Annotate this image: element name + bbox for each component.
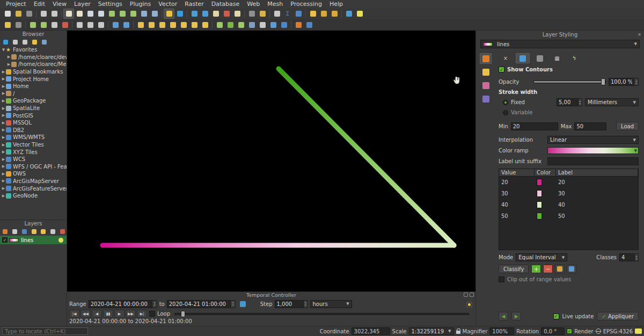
range-start-datetime[interactable]: ▴▾ (89, 300, 157, 308)
measure-line-icon[interactable] (272, 9, 282, 19)
lock-scale-icon[interactable] (456, 331, 460, 334)
run-feature-action-icon[interactable] (200, 9, 210, 19)
menu-processing[interactable]: Processing (287, 0, 326, 8)
menu-layer[interactable]: Layer (70, 0, 94, 8)
open-project-icon[interactable] (13, 9, 24, 19)
label-unit-suffix-input[interactable] (547, 157, 639, 165)
magnifier-spinner[interactable]: 100% (489, 327, 514, 335)
menu-project[interactable]: Project (2, 0, 30, 8)
menu-web[interactable]: Web (243, 0, 264, 8)
show-layout-manager-icon[interactable] (304, 20, 314, 30)
spinner-arrows-icon[interactable]: ▴▾ (152, 300, 157, 308)
menu-vector[interactable]: Vector (155, 0, 181, 8)
pan-map-icon[interactable] (63, 9, 74, 19)
expand-arrow-icon[interactable]: ▼ (1, 48, 6, 52)
pan-to-selection-icon[interactable] (74, 9, 85, 19)
labels-tab-icon[interactable] (480, 67, 492, 77)
menu-view[interactable]: View (49, 0, 70, 8)
add-group-icon[interactable] (11, 228, 19, 235)
statistical-summary-icon[interactable]: Σ (282, 9, 293, 19)
expand-arrow-icon[interactable]: ▶ (1, 194, 6, 198)
class-row-20[interactable]: 2020 (499, 177, 638, 188)
change-label-icon[interactable] (200, 20, 210, 30)
layout-manager-icon[interactable] (49, 9, 60, 19)
load-button[interactable]: Load (616, 122, 639, 130)
min-input[interactable] (511, 122, 558, 130)
expand-arrow-icon[interactable]: ▶ (1, 164, 6, 169)
step-unit-combo[interactable]: hours▼ (310, 300, 352, 308)
expand-arrow-icon[interactable]: ▶ (1, 150, 6, 154)
temporal-layer-indicator-icon[interactable] (58, 238, 63, 243)
expand-arrow-icon[interactable]: ▶ (1, 70, 6, 74)
new-shapefile-layer-icon[interactable] (214, 20, 225, 30)
expand-arrow-icon[interactable]: ▶ (1, 91, 6, 96)
slider-handle[interactable] (181, 311, 185, 317)
new-print-layout-icon[interactable] (38, 9, 49, 19)
show-contours-checkbox[interactable] (499, 67, 504, 72)
load-classes-button[interactable] (555, 265, 565, 273)
spinner-arrows-icon[interactable]: ▴▾ (634, 78, 639, 86)
fixed-width-spinner[interactable]: ▴▾ (557, 98, 582, 106)
loop-checkbox[interactable] (149, 311, 155, 317)
classify-button[interactable]: Classify (499, 265, 529, 273)
copy-features-icon[interactable] (85, 20, 96, 30)
browser-item-spatialite[interactable]: ▶SpatiaLite (0, 105, 67, 112)
add-line-feature-icon[interactable] (38, 20, 49, 30)
menu-plugins[interactable]: Plugins (126, 0, 155, 8)
column-header-label[interactable]: Label (556, 169, 638, 176)
expand-arrow-icon[interactable]: ▶ (1, 179, 6, 183)
zoom-next-icon[interactable] (149, 9, 160, 19)
style-history-forward-button[interactable]: ▶ (511, 312, 521, 320)
select-by-expression-icon[interactable] (232, 9, 243, 19)
step-value-spinner[interactable]: ▴▾ (275, 300, 308, 308)
3d-view-tab-icon[interactable] (480, 93, 492, 104)
browser-item-wms-wmts[interactable]: ▶WMS/WMTS (0, 134, 67, 141)
menu-database[interactable]: Database (208, 0, 244, 8)
add-vector-layer-icon[interactable] (236, 20, 246, 30)
range-end-datetime[interactable]: ▴▾ (167, 300, 236, 308)
browser-item-ows[interactable]: ▶OWS (0, 170, 67, 178)
expand-arrow-icon[interactable]: ▶ (1, 84, 6, 89)
menu-help[interactable]: Help (326, 0, 347, 8)
undo-icon[interactable] (110, 20, 121, 30)
temporal-position-slider[interactable] (174, 313, 469, 315)
pause-button[interactable]: ▮▮ (103, 310, 113, 318)
temporal-controller-panel-icon[interactable] (164, 9, 174, 19)
menu-edit[interactable]: Edit (30, 0, 49, 8)
live-update-checkbox[interactable] (553, 313, 559, 319)
save-project-icon[interactable] (24, 9, 34, 19)
apply-button[interactable]: ✓ Appliquer (597, 312, 639, 320)
browser-item-project-home[interactable]: ▶Project Home (0, 75, 67, 83)
play-forward-button[interactable]: ▶ (114, 310, 125, 318)
menu-mesh[interactable]: Mesh (264, 0, 287, 8)
add-wms-layer-icon[interactable] (279, 20, 289, 30)
mode-combo[interactable]: Equal Interval▼ (516, 253, 567, 261)
clip-out-of-range-checkbox[interactable] (499, 276, 504, 282)
browser-filter-icon[interactable] (11, 38, 19, 46)
expand-arrow-icon[interactable]: ▶ (6, 62, 11, 67)
crs-globe-icon[interactable] (596, 328, 601, 334)
spinner-arrows-icon[interactable]: ▴▾ (230, 300, 235, 308)
spinner-arrows-icon[interactable]: ▴▾ (634, 253, 639, 261)
open-attribute-table-icon[interactable] (246, 9, 257, 19)
move-label-icon[interactable] (178, 20, 189, 30)
opacity-slider[interactable] (533, 81, 606, 83)
paste-features-icon[interactable] (96, 20, 106, 30)
pin-labels-icon[interactable] (157, 20, 167, 30)
close-icon[interactable]: × (637, 32, 642, 37)
delete-selected-icon[interactable] (60, 20, 70, 30)
style-history-back-button[interactable]: ◀ (499, 312, 508, 320)
expand-arrow-icon[interactable]: ▶ (1, 121, 6, 125)
manage-map-themes-icon[interactable] (20, 228, 28, 235)
browser-show-filter-icon[interactable] (30, 38, 39, 46)
save-layer-edits-icon[interactable] (13, 20, 24, 30)
open-layer-styling-icon[interactable] (1, 228, 10, 235)
class-row-40[interactable]: 4040 (499, 199, 638, 210)
new-project-icon[interactable] (2, 9, 13, 19)
log-messages-icon[interactable] (354, 9, 365, 19)
expand-arrow-icon[interactable]: ▶ (1, 113, 6, 118)
add-postgis-layer-icon[interactable] (268, 20, 279, 30)
browser-item-geopackage[interactable]: ▶GeoPackage (0, 97, 67, 105)
class-row-30[interactable]: 3030 (499, 188, 638, 199)
coordinate-input[interactable]: 3022,345 (352, 327, 390, 335)
